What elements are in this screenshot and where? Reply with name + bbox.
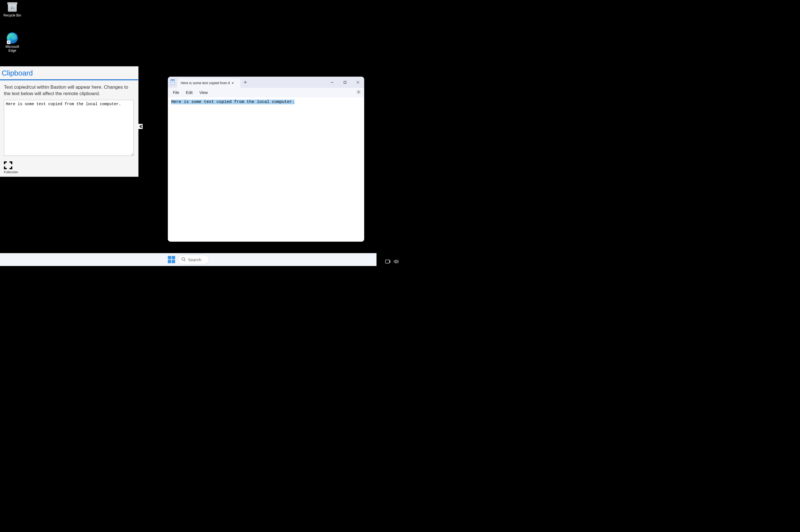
- volume-icon[interactable]: [393, 259, 399, 264]
- clipboard-panel: Clipboard Text copied/cut within Bastion…: [0, 66, 138, 176]
- notepad-app-icon: [168, 77, 177, 88]
- clipboard-title: Clipboard: [2, 69, 135, 77]
- svg-line-14: [184, 260, 186, 261]
- svg-rect-7: [344, 81, 346, 83]
- svg-rect-12: [172, 260, 175, 263]
- notepad-menubar: File Edit View: [168, 88, 364, 97]
- panel-collapse-handle[interactable]: [138, 124, 142, 129]
- svg-rect-2: [171, 79, 174, 80]
- new-tab-button[interactable]: [240, 77, 250, 88]
- taskbar-search[interactable]: Search: [178, 255, 209, 264]
- svg-rect-9: [168, 256, 171, 259]
- svg-point-8: [358, 92, 359, 93]
- close-button[interactable]: [351, 77, 364, 88]
- taskbar: Search: [0, 253, 377, 266]
- desktop-icon-edge[interactable]: Microsoft Edge: [1, 31, 23, 53]
- svg-rect-16: [389, 261, 390, 262]
- notepad-window: Here is some text copied from the l File…: [168, 77, 364, 242]
- notepad-tab-title: Here is some text copied from the l: [181, 81, 230, 85]
- notepad-text-area[interactable]: Here is some text copied from the local …: [168, 97, 364, 242]
- desktop-icon-label: Recycle Bin: [1, 14, 23, 17]
- notepad-titlebar[interactable]: Here is some text copied from the l: [168, 77, 364, 88]
- menu-view[interactable]: View: [197, 89, 211, 96]
- svg-rect-15: [385, 260, 389, 263]
- fullscreen-label: Fullscreen: [4, 170, 18, 174]
- notepad-text-content: Here is some text copied from the local …: [171, 99, 294, 104]
- shortcut-arrow-icon: [7, 40, 11, 44]
- clipboard-description: Text copied/cut within Bastion will appe…: [0, 80, 138, 100]
- start-button[interactable]: [168, 255, 175, 264]
- system-tray: [385, 259, 399, 264]
- svg-rect-11: [168, 260, 171, 263]
- search-icon: [181, 257, 186, 262]
- edge-icon: [5, 31, 19, 45]
- menu-file[interactable]: File: [170, 89, 182, 96]
- input-indicator-icon[interactable]: [385, 259, 391, 264]
- svg-rect-10: [172, 256, 175, 259]
- maximize-button[interactable]: [339, 77, 351, 88]
- notepad-tab[interactable]: Here is some text copied from the l: [177, 78, 240, 88]
- unsaved-indicator-icon: [232, 82, 233, 84]
- recycle-bin-icon: [7, 1, 18, 14]
- desktop-icon-label: Microsoft Edge: [1, 45, 23, 53]
- fullscreen-icon: [4, 162, 12, 169]
- search-placeholder: Search: [188, 257, 202, 262]
- clipboard-textarea[interactable]: [4, 100, 134, 156]
- settings-button[interactable]: [355, 89, 362, 96]
- menu-edit[interactable]: Edit: [183, 89, 195, 96]
- fullscreen-button[interactable]: Fullscreen: [4, 162, 21, 174]
- desktop-icon-recycle-bin[interactable]: Recycle Bin: [1, 1, 23, 17]
- svg-point-13: [182, 258, 185, 261]
- minimize-button[interactable]: [326, 77, 339, 88]
